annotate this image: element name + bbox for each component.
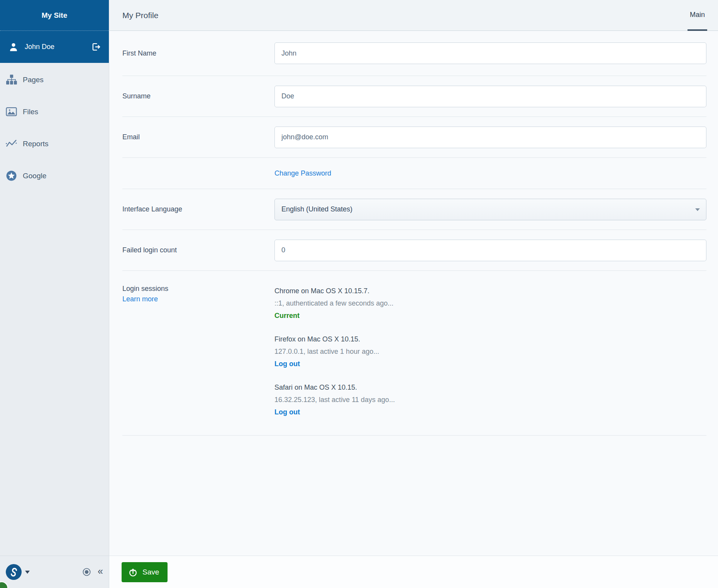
app-logo[interactable]	[6, 564, 22, 580]
first-name-label: First Name	[122, 49, 274, 57]
interface-language-select[interactable]: English (United States)	[274, 199, 706, 220]
session-logout-link[interactable]: Log out	[274, 358, 706, 370]
sidebar-item-label: Files	[23, 108, 38, 116]
sidebar-item-label: Reports	[23, 140, 49, 148]
user-name: John Doe	[25, 43, 91, 51]
email-input[interactable]	[274, 127, 706, 148]
session-item: Safari on Mac OS X 10.15. 16.32.25.123, …	[274, 381, 706, 418]
target-icon[interactable]	[82, 568, 91, 576]
login-sessions-label: Login sessions	[122, 285, 274, 293]
sidebar-item-reports[interactable]: Reports	[0, 128, 109, 160]
chevron-down-icon	[695, 208, 700, 211]
interface-language-row: Interface Language English (United State…	[122, 189, 706, 230]
interface-language-label: Interface Language	[122, 205, 274, 213]
sidebar-nav: Pages Files Reports	[0, 63, 109, 192]
change-password-row: Change Password	[122, 158, 706, 189]
email-row: Email	[122, 117, 706, 158]
image-icon	[6, 106, 17, 117]
tab-main[interactable]: Main	[688, 0, 707, 31]
session-title: Chrome on Mac OS X 10.15.7.	[274, 285, 706, 297]
first-name-row: First Name	[122, 31, 706, 76]
sitemap-icon	[6, 74, 17, 85]
save-button-label: Save	[142, 568, 159, 576]
logout-icon[interactable]	[91, 42, 101, 52]
email-label: Email	[122, 133, 274, 141]
change-password-link[interactable]: Change Password	[274, 169, 331, 177]
line-chart-icon	[6, 138, 17, 149]
surname-input[interactable]	[274, 86, 706, 107]
failed-login-count-input[interactable]	[274, 240, 706, 261]
session-detail: 127.0.0.1, last active 1 hour ago...	[274, 345, 706, 358]
login-sessions-row: Login sessions Learn more Chrome on Mac …	[122, 271, 706, 436]
page-header: My Profile Main	[109, 0, 718, 31]
surname-label: Surname	[122, 92, 274, 100]
site-header: My Site	[0, 0, 109, 31]
sidebar-item-label: Google	[23, 172, 46, 180]
learn-more-link[interactable]: Learn more	[122, 295, 158, 303]
user-row[interactable]: John Doe	[0, 31, 109, 63]
first-name-input[interactable]	[274, 42, 706, 64]
session-item: Firefox on Mac OS X 10.15. 127.0.0.1, la…	[274, 333, 706, 370]
person-icon	[8, 42, 19, 52]
session-title: Safari on Mac OS X 10.15.	[274, 381, 706, 394]
site-title: My Site	[42, 11, 68, 20]
collapse-sidebar-icon[interactable]: «	[98, 566, 103, 578]
logo-caret-icon[interactable]	[25, 571, 30, 574]
page-title: My Profile	[122, 11, 158, 20]
sidebar-item-files[interactable]: Files	[0, 96, 109, 128]
sidebar-footer: «	[0, 556, 109, 588]
session-detail: 16.32.25.123, last active 11 days ago...	[274, 394, 706, 406]
surname-row: Surname	[122, 76, 706, 117]
session-detail: ::1, authenticated a few seconds ago...	[274, 297, 706, 309]
star-circle-icon	[6, 170, 17, 181]
save-button[interactable]: Save	[122, 562, 168, 582]
sidebar-item-google[interactable]: Google	[0, 160, 109, 192]
publish-icon	[128, 567, 138, 577]
session-logout-link[interactable]: Log out	[274, 406, 706, 418]
sidebar-item-label: Pages	[23, 76, 44, 84]
failed-login-count-row: Failed login count	[122, 230, 706, 271]
interface-language-value: English (United States)	[281, 205, 352, 213]
profile-form: First Name Surname Email Change Password	[109, 31, 718, 556]
action-bar: Save	[109, 556, 718, 588]
failed-login-count-label: Failed login count	[122, 246, 274, 254]
session-item: Chrome on Mac OS X 10.15.7. ::1, authent…	[274, 285, 706, 322]
session-title: Firefox on Mac OS X 10.15.	[274, 333, 706, 345]
session-current-badge: Current	[274, 309, 706, 322]
sidebar-item-pages[interactable]: Pages	[0, 64, 109, 96]
main-area: My Profile Main First Name Surname Email	[109, 0, 718, 588]
tab-main-label: Main	[690, 11, 705, 19]
sidebar: My Site John Doe	[0, 0, 109, 588]
